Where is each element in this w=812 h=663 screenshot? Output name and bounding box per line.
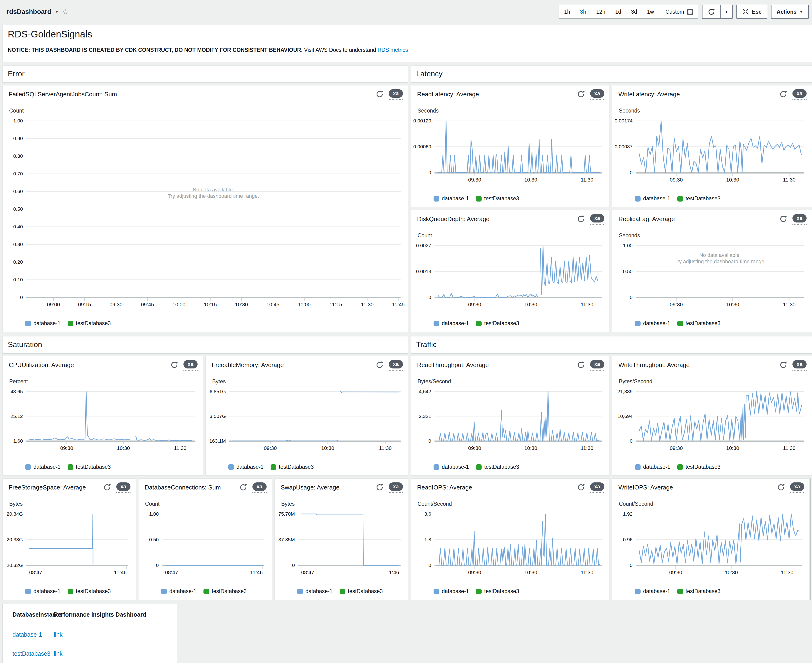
rds-metrics-link[interactable]: RDS metrics — [377, 47, 408, 53]
legend-database-1[interactable]: database-1 — [635, 588, 670, 595]
xa-badge[interactable]: xa — [793, 214, 807, 225]
svg-text:10:30: 10:30 — [725, 569, 738, 575]
legend-database-1[interactable]: database-1 — [433, 320, 469, 327]
favorite-star-icon[interactable]: ☆ — [62, 7, 69, 16]
legend-testDatabase3[interactable]: testDatabase3 — [677, 464, 720, 470]
vertical-scrollbar[interactable] — [810, 479, 811, 600]
chart-read-latency: 0.001200.00060009:3010:3011:30 — [411, 118, 606, 183]
refresh-icon[interactable] — [375, 484, 383, 492]
xa-badge[interactable]: xa — [389, 360, 403, 370]
time-range-custom[interactable]: Custom — [661, 8, 698, 15]
svg-text:0.10: 0.10 — [13, 277, 23, 282]
instance-link-database-1[interactable]: database-1 — [13, 631, 42, 638]
svg-text:08:47: 08:47 — [301, 569, 314, 575]
refresh-options-button[interactable]: ▼ — [721, 5, 733, 19]
legend-testDatabase3[interactable]: testDatabase3 — [204, 588, 247, 595]
svg-text:20.33G: 20.33G — [6, 537, 23, 542]
legend-testDatabase3[interactable]: testDatabase3 — [340, 588, 383, 595]
refresh-icon[interactable] — [577, 215, 585, 223]
chart-legend: database-1 testDatabase3 — [433, 464, 519, 470]
refresh-icon[interactable] — [779, 361, 787, 369]
time-range-1w[interactable]: 1w — [642, 9, 659, 15]
time-range-3d[interactable]: 3d — [626, 9, 642, 15]
legend-database-1[interactable]: database-1 — [161, 588, 196, 595]
svg-text:10:30: 10:30 — [726, 445, 739, 451]
instance-link-testDatabase3[interactable]: testDatabase3 — [13, 650, 50, 657]
xa-badge[interactable]: xa — [183, 360, 197, 370]
legend-database-1[interactable]: database-1 — [297, 588, 333, 595]
svg-text:08:47: 08:47 — [165, 569, 178, 575]
time-range-12h[interactable]: 12h — [591, 9, 610, 15]
legend-database-1[interactable]: database-1 — [25, 464, 60, 470]
xa-badge[interactable]: xa — [252, 482, 267, 493]
xa-badge[interactable]: xa — [590, 360, 604, 370]
time-range-3h[interactable]: 3h — [575, 9, 591, 15]
notice-regular: Visit AWS Docs to understand — [302, 47, 377, 53]
svg-text:0.50: 0.50 — [149, 537, 159, 542]
legend-testDatabase3[interactable]: testDatabase3 — [270, 464, 314, 470]
legend-database-1[interactable]: database-1 — [433, 196, 469, 202]
refresh-icon[interactable] — [375, 361, 383, 369]
refresh-icon[interactable] — [577, 90, 585, 98]
svg-text:09:15: 09:15 — [78, 302, 91, 307]
refresh-icon[interactable] — [239, 484, 247, 492]
actions-button[interactable]: Actions ▼ — [771, 5, 809, 19]
legend-testDatabase3[interactable]: testDatabase3 — [68, 320, 111, 327]
pi-dashboard-link[interactable]: link — [54, 631, 63, 638]
refresh-icon[interactable] — [103, 484, 111, 492]
xa-badge[interactable]: xa — [116, 482, 131, 493]
legend-database-1[interactable]: database-1 — [228, 464, 264, 470]
pi-dashboard-link[interactable]: link — [54, 650, 63, 657]
xa-badge[interactable]: xa — [793, 360, 807, 370]
page-title: RDS-GoldenSignals — [3, 25, 812, 40]
legend-testDatabase3[interactable]: testDatabase3 — [68, 588, 111, 595]
panel-disk-queue-depth: DiskQueueDepth: Average xa Count 0.00270… — [411, 210, 610, 332]
xa-badge[interactable]: xa — [790, 482, 804, 493]
dashboard-name-caret-icon[interactable]: ▼ — [55, 10, 59, 14]
legend-testDatabase3[interactable]: testDatabase3 — [677, 320, 720, 327]
legend-testDatabase3[interactable]: testDatabase3 — [677, 196, 720, 202]
svg-text:0.0013: 0.0013 — [416, 268, 431, 274]
refresh-icon[interactable] — [375, 90, 383, 98]
column-header-database-instance: DatabaseInstance — [3, 611, 49, 618]
legend-database-1[interactable]: database-1 — [635, 320, 670, 327]
panel-replica-lag: ReplicaLag: Average xa Seconds 1.000.500… — [612, 210, 812, 332]
refresh-icon[interactable] — [577, 361, 585, 369]
refresh-icon[interactable] — [777, 484, 785, 492]
xa-badge[interactable]: xa — [590, 89, 604, 100]
refresh-icon[interactable] — [779, 90, 787, 98]
refresh-icon[interactable] — [779, 215, 787, 223]
chart-legend: database-1 testDatabase3 — [161, 588, 247, 595]
legend-testDatabase3[interactable]: testDatabase3 — [476, 588, 519, 595]
fullscreen-esc-button[interactable]: Esc — [736, 5, 767, 19]
legend-database-1[interactable]: database-1 — [25, 588, 60, 595]
dashboard-name[interactable]: rdsDashboard — [6, 8, 51, 16]
legend-database-1[interactable]: database-1 — [635, 196, 670, 202]
xa-badge[interactable]: xa — [389, 482, 403, 493]
legend-database-1[interactable]: database-1 — [635, 464, 670, 470]
legend-testDatabase3[interactable]: testDatabase3 — [476, 464, 519, 470]
axis-unit-label: Count/Second — [619, 501, 653, 507]
legend-testDatabase3[interactable]: testDatabase3 — [68, 464, 111, 470]
time-range-1h[interactable]: 1h — [559, 9, 575, 15]
legend-database-1[interactable]: database-1 — [433, 464, 469, 470]
xa-badge[interactable]: xa — [590, 482, 604, 493]
axis-unit-label: Seconds — [619, 232, 640, 239]
legend-database-1[interactable]: database-1 — [433, 588, 469, 595]
legend-swatch — [476, 589, 482, 594]
xa-badge[interactable]: xa — [389, 89, 403, 100]
legend-swatch — [68, 464, 73, 470]
xa-badge[interactable]: xa — [590, 214, 604, 225]
legend-database-1[interactable]: database-1 — [25, 320, 60, 327]
chevron-down-icon: ▼ — [799, 10, 803, 14]
refresh-icon[interactable] — [577, 484, 585, 492]
svg-text:10:30: 10:30 — [524, 569, 537, 575]
time-range-1d[interactable]: 1d — [610, 9, 626, 15]
refresh-button[interactable] — [702, 5, 721, 19]
xa-badge[interactable]: xa — [793, 89, 807, 100]
refresh-icon[interactable] — [170, 361, 178, 369]
panel-title: ReadThroughput: Average — [417, 361, 489, 369]
legend-testDatabase3[interactable]: testDatabase3 — [677, 588, 720, 595]
legend-testDatabase3[interactable]: testDatabase3 — [476, 196, 519, 202]
legend-testDatabase3[interactable]: testDatabase3 — [476, 320, 519, 327]
